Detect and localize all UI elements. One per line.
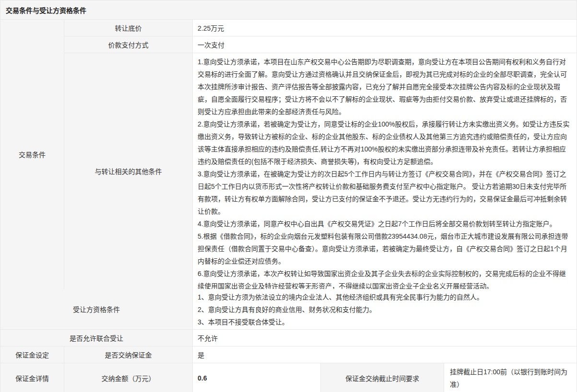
other-conditions-paragraph-6: 6.意向受让方须承诺，本次产权转让如导致国家出资企业及其子企业失去标的企业实际控… bbox=[198, 267, 570, 289]
other-conditions-paragraph-4: 4.意向受让方须承诺，同意产权中心自出具《产权交易凭证》之日起7个工作日后将全部… bbox=[198, 218, 570, 230]
payment-method-label: 价款支付方式 bbox=[64, 36, 193, 53]
transfer-floor-price-value: 2.25万元 bbox=[193, 20, 577, 36]
table-row-transfer-floor-price: 转让底价 2.25万元 bbox=[64, 20, 577, 36]
qualification-item-2: 2、意向受让方具有良好的商业信用、财务状况和支付能力。 bbox=[198, 303, 571, 316]
table-row-deposit-setting: 保证金设定 是否交纳保证金 是 bbox=[0, 346, 577, 363]
other-conditions-paragraph-5: 5.根据《借款合同》，标的企业向烟台元发塑料包装有限公司借款23954434.0… bbox=[198, 230, 570, 267]
other-conditions-label: 与转让相关的其他条件 bbox=[64, 53, 193, 289]
deposit-setting-group-label: 保证金设定 bbox=[0, 346, 64, 363]
trade-conditions-band: 交易条件 转让底价 2.25万元 价款支付方式 一次支付 与转让相关的其他条件 … bbox=[0, 20, 577, 289]
transaction-conditions-section: 交易条件与受让方资格条件 交易条件 转让底价 2.25万元 价款支付方式 一次支… bbox=[0, 0, 577, 392]
section-title: 交易条件与受让方资格条件 bbox=[0, 0, 577, 20]
other-conditions-paragraph-1: 1.意向受让方须承诺，本项目在山东产权交易中心公告期即为尽职调查期，意向受让方在… bbox=[198, 56, 570, 118]
deposit-amount-value: 0.6 bbox=[193, 363, 321, 392]
transferee-qualifications-label: 受让方资格条件 bbox=[0, 289, 193, 329]
table-row-payment-method: 价款支付方式 一次支付 bbox=[64, 36, 577, 53]
table-row-transferee-qualifications: 受让方资格条件 1、意向受让方须为依法设立的境内企业法人、其他经济组织或具有完全… bbox=[0, 289, 577, 330]
qualification-item-1: 1、意向受让方须为依法设立的境内企业法人、其他经济组织或具有完全民事行为能力的自… bbox=[198, 291, 571, 303]
trade-conditions-group-label: 交易条件 bbox=[0, 20, 64, 289]
deposit-details-group-label: 保证金详情 bbox=[0, 363, 64, 392]
deposit-setting-label: 是否交纳保证金 bbox=[64, 346, 193, 363]
table-row-other-conditions: 与转让相关的其他条件 1.意向受让方须承诺，本项目在山东产权交易中心公告期即为尽… bbox=[64, 53, 577, 289]
other-conditions-text: 1.意向受让方须承诺，本项目在山东产权交易中心公告期即为尽职调查期，意向受让方在… bbox=[193, 53, 577, 289]
qualification-item-3: 3、本项目不接受联合体受让。 bbox=[198, 316, 571, 328]
deposit-deadline-value: 挂牌截止日17:00前（以银行到账时间为准） bbox=[444, 363, 577, 392]
other-conditions-paragraph-3: 3.意向受让方须承诺，在被确定为受让方的次日起5个工作日内与转让方签订《产权交易… bbox=[198, 168, 570, 218]
other-conditions-paragraph-2: 2.意向受让方须承诺，若被确定为受让方，同意受让标的企业100%股权后，承接履行… bbox=[198, 118, 570, 168]
deposit-amount-label: 交纳金额（万元） bbox=[64, 363, 193, 392]
trade-conditions-rows: 转让底价 2.25万元 价款支付方式 一次支付 与转让相关的其他条件 1.意向受… bbox=[64, 20, 577, 289]
payment-method-value: 一次支付 bbox=[193, 36, 577, 53]
joint-transfer-label: 是否允许联合受让 bbox=[0, 330, 193, 346]
table-row-joint-transfer: 是否允许联合受让 不允许 bbox=[0, 330, 577, 346]
transfer-floor-price-label: 转让底价 bbox=[64, 20, 193, 36]
deposit-deadline-label: 保证金交纳截止时间要求 bbox=[321, 363, 444, 392]
transferee-qualifications-items: 1、意向受让方须为依法设立的境内企业法人、其他经济组织或具有完全民事行为能力的自… bbox=[193, 289, 577, 329]
joint-transfer-value: 不允许 bbox=[193, 330, 577, 346]
table-row-deposit-details: 保证金详情 交纳金额（万元） 0.6 保证金交纳截止时间要求 挂牌截止日17:0… bbox=[0, 363, 577, 392]
deposit-setting-value: 是 bbox=[193, 346, 577, 363]
